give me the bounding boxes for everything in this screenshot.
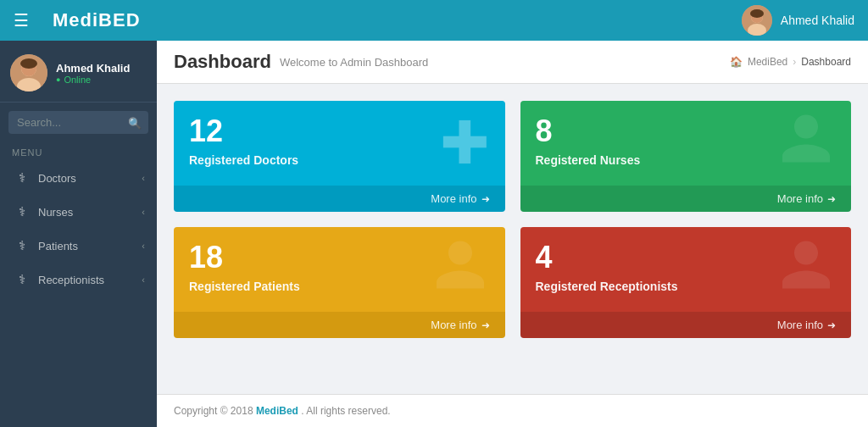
- cards-grid: 12 Registered Doctors ✚ More info ➜ 8 Re…: [157, 84, 868, 347]
- card-receptionists: 4 Registered Receptionists More info ➜: [520, 227, 852, 338]
- card-doctors-footer-text: More info: [431, 192, 476, 205]
- topbar-avatar: [742, 5, 772, 36]
- card-patients-bg-icon: [431, 236, 490, 304]
- topbar-left: ☰ MediBED: [14, 9, 141, 31]
- breadcrumb-current: Dashboard: [801, 56, 851, 68]
- sidebar-label-nurses: Nurses: [38, 206, 73, 219]
- sidebar-item-patients[interactable]: ⚕ Patients ‹: [0, 229, 157, 263]
- sidebar-item-receptionists[interactable]: ⚕ Receptionists ‹: [0, 263, 157, 297]
- breadcrumb-home: MediBed: [748, 56, 787, 68]
- svg-point-9: [20, 58, 37, 69]
- sidebar-item-doctors[interactable]: ⚕ Doctors ‹: [0, 161, 157, 195]
- nurses-icon: ⚕: [14, 204, 30, 219]
- receptionists-icon: ⚕: [14, 272, 30, 287]
- card-doctors-body: 12 Registered Doctors ✚: [174, 101, 505, 186]
- card-nurses-footer[interactable]: More info ➜: [520, 186, 852, 212]
- card-receptionists-arrow-icon: ➜: [827, 319, 836, 331]
- topbar-right: Ahmed Khalid: [742, 5, 854, 36]
- sidebar-avatar: [10, 54, 47, 92]
- card-doctors-arrow-icon: ➜: [481, 193, 490, 205]
- chevron-icon: ‹: [142, 173, 145, 183]
- card-receptionists-bg-icon: [776, 236, 836, 304]
- chevron-icon-receptionists: ‹: [142, 274, 145, 285]
- card-nurses: 8 Registered Nurses More info ➜: [520, 101, 852, 212]
- search-button[interactable]: 🔍: [128, 116, 142, 129]
- card-receptionists-footer[interactable]: More info ➜: [520, 312, 852, 338]
- topbar: ☰ MediBED Ahmed Khalid: [0, 0, 868, 41]
- svg-point-4: [750, 9, 764, 18]
- page-footer: Copyright © 2018 MediBed . All rights re…: [157, 394, 868, 427]
- brand-text: MediBED: [53, 9, 141, 30]
- card-patients-footer-text: More info: [431, 319, 476, 331]
- sidebar-username: Ahmed Khalid: [56, 62, 130, 75]
- card-nurses-bg-icon: [776, 109, 836, 178]
- chevron-icon-patients: ‹: [142, 241, 145, 251]
- main-content: Dashboard Welcome to Admin Dashboard 🏠 M…: [157, 41, 868, 427]
- sidebar-label-patients: Patients: [38, 240, 78, 252]
- title-area: Dashboard Welcome to Admin Dashboard: [174, 51, 428, 73]
- card-nurses-footer-text: More info: [777, 192, 823, 205]
- sidebar-user-profile: Ahmed Khalid Online: [0, 41, 157, 103]
- brand-logo: MediBED: [53, 9, 141, 31]
- page-title: Dashboard: [174, 51, 271, 73]
- menu-label: Menu: [0, 139, 157, 161]
- card-receptionists-footer-text: More info: [777, 319, 823, 331]
- main-layout: Ahmed Khalid Online 🔍 Menu ⚕ Doctors ‹ ⚕…: [0, 41, 868, 427]
- card-doctors: 12 Registered Doctors ✚ More info ➜: [174, 101, 505, 212]
- card-receptionists-body: 4 Registered Receptionists: [520, 227, 852, 312]
- breadcrumb: 🏠 MediBed › Dashboard: [730, 56, 851, 68]
- card-doctors-footer[interactable]: More info ➜: [174, 186, 505, 212]
- card-nurses-arrow-icon: ➜: [827, 193, 836, 205]
- sidebar: Ahmed Khalid Online 🔍 Menu ⚕ Doctors ‹ ⚕…: [0, 41, 157, 427]
- sidebar-user-info: Ahmed Khalid Online: [56, 62, 130, 85]
- sidebar-label-receptionists: Receptionists: [38, 274, 104, 286]
- breadcrumb-separator: ›: [793, 56, 796, 68]
- card-patients-footer[interactable]: More info ➜: [174, 312, 505, 338]
- sidebar-search-area: 🔍: [0, 103, 157, 139]
- card-patients-arrow-icon: ➜: [481, 319, 490, 331]
- topbar-username: Ahmed Khalid: [781, 14, 854, 27]
- card-nurses-body: 8 Registered Nurses: [520, 101, 852, 186]
- patients-icon: ⚕: [14, 238, 30, 253]
- card-patients-body: 18 Registered Patients: [174, 227, 505, 312]
- card-doctors-bg-icon: ✚: [440, 114, 490, 173]
- footer-brand-link[interactable]: MediBed: [256, 405, 298, 417]
- sidebar-label-doctors: Doctors: [38, 172, 76, 185]
- sidebar-item-nurses[interactable]: ⚕ Nurses ‹: [0, 195, 157, 229]
- content-header: Dashboard Welcome to Admin Dashboard 🏠 M…: [157, 41, 868, 84]
- content-spacer: [157, 347, 868, 394]
- page-subtitle: Welcome to Admin Dashboard: [280, 56, 428, 69]
- breadcrumb-icon: 🏠: [730, 56, 743, 68]
- card-patients: 18 Registered Patients More info ➜: [174, 227, 505, 338]
- chevron-icon-nurses: ‹: [142, 207, 145, 217]
- sidebar-status: Online: [56, 75, 130, 85]
- doctors-icon: ⚕: [14, 170, 30, 186]
- menu-toggle-icon[interactable]: ☰: [14, 10, 29, 30]
- footer-text: Copyright © 2018: [174, 405, 256, 417]
- footer-suffix: . All rights reserved.: [301, 405, 390, 417]
